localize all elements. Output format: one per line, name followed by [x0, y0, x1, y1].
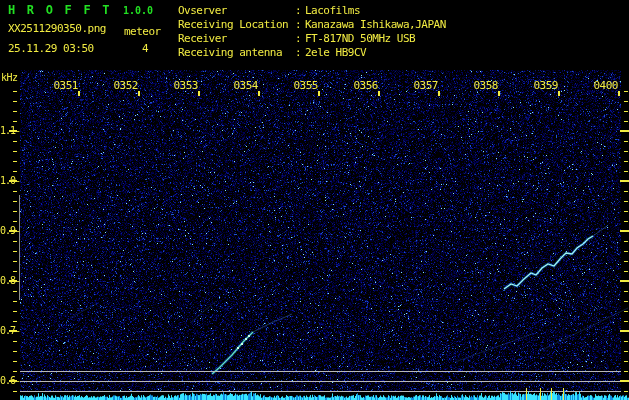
- freq-label-0.8: 0.8-: [0, 275, 20, 286]
- station-info-separator: :: [295, 32, 305, 46]
- freq-label-1.0: 1.0-: [0, 175, 20, 186]
- station-info-separator: :: [295, 46, 305, 60]
- freq-label-1.1: 1.1-: [0, 125, 20, 136]
- station-info-label: Ovserver: [178, 4, 295, 18]
- freq-label-0.7: 0.7-: [0, 325, 20, 336]
- time-label-0354: 0354: [230, 79, 258, 92]
- time-label-0355: 0355: [290, 79, 318, 92]
- station-info-value: Lacofilms: [305, 4, 360, 17]
- station-info-separator: :: [295, 18, 305, 32]
- station-info-block: Ovserver:LacofilmsReceiving Location:Kan…: [178, 4, 446, 60]
- station-info-value: FT-817ND 50MHz USB: [305, 32, 415, 45]
- hrofft-window: H R O F F T 1.0.0 XX2511290350.png meteo…: [0, 0, 629, 400]
- station-info-row-1: Receiving Location:Kanazawa Ishikawa,JAP…: [178, 18, 446, 32]
- station-info-separator: :: [295, 4, 305, 18]
- datetime-label: 25.11.29 03:50: [8, 42, 94, 55]
- station-info-label: Receiving Location: [178, 18, 295, 32]
- freq-axis-unit-label: kHz: [1, 72, 18, 83]
- time-label-0351: 0351: [50, 79, 78, 92]
- time-label-0353: 0353: [170, 79, 198, 92]
- station-info-row-0: Ovserver:Lacofilms: [178, 4, 446, 18]
- time-label-0358: 0358: [470, 79, 498, 92]
- time-label-0352: 0352: [110, 79, 138, 92]
- time-label-0400: 0400: [590, 79, 618, 92]
- time-label-0357: 0357: [410, 79, 438, 92]
- app-version: 1.0.0: [123, 5, 153, 16]
- mode-label: meteor: [124, 25, 161, 38]
- freq-label-0.9: 0.9-: [0, 225, 20, 236]
- output-filename: XX2511290350.png: [8, 22, 106, 35]
- station-info-value: Kanazawa Ishikawa,JAPAN: [305, 18, 446, 31]
- station-info-label: Receiver: [178, 32, 295, 46]
- time-label-0359: 0359: [530, 79, 558, 92]
- station-info-label: Receiving antenna: [178, 46, 295, 60]
- app-title: H R O F F T: [8, 3, 112, 17]
- station-info-row-2: Receiver:FT-817ND 50MHz USB: [178, 32, 446, 46]
- station-info-row-3: Receiving antenna:2ele HB9CV: [178, 46, 446, 60]
- freq-label-0.6: 0.6-: [0, 375, 20, 386]
- echo-count: 4: [142, 42, 149, 55]
- station-info-value: 2ele HB9CV: [305, 46, 366, 59]
- time-label-0356: 0356: [350, 79, 378, 92]
- spectrogram-canvas: [0, 0, 629, 400]
